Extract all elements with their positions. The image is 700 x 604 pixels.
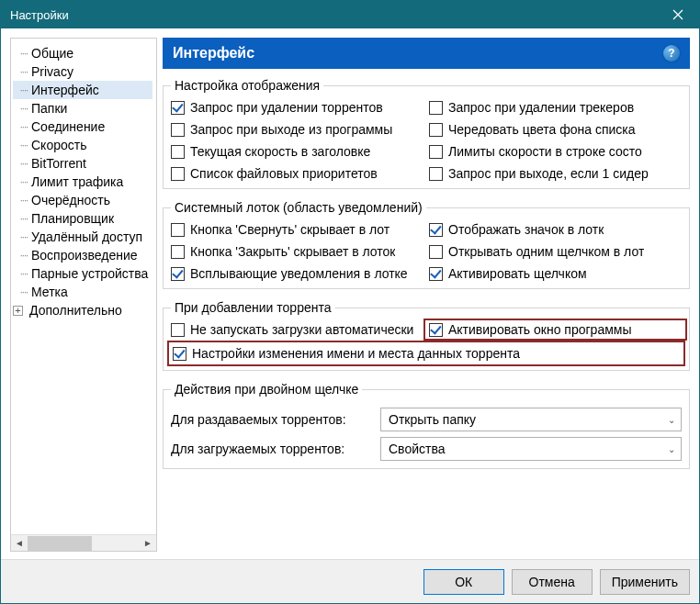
checkbox-icon[interactable] <box>171 245 185 259</box>
checkbox-icon[interactable] <box>429 145 443 159</box>
group-adding: При добавлении торрента Не запускать заг… <box>163 300 690 371</box>
group-display: Настройка отображения Запрос при удалени… <box>163 78 690 189</box>
panel-header: Интерфейс ? <box>163 38 690 69</box>
checkbox-label: Чередовать цвета фона списка <box>448 122 636 137</box>
tree-dots-icon: ···· <box>15 66 28 77</box>
checkbox-icon[interactable] <box>429 167 443 181</box>
sidebar-item-label: Удалённый доступ <box>31 229 142 244</box>
checkbox-icon[interactable] <box>173 347 186 361</box>
display-checkbox-7[interactable]: Запрос при выходе, если 1 сидер <box>429 166 682 181</box>
checkbox-icon[interactable] <box>429 245 443 259</box>
checkbox-label: Текущая скорость в заголовке <box>190 144 370 159</box>
tree-dots-icon: ···· <box>15 195 28 206</box>
sidebar-item-2[interactable]: ····Интерфейс <box>13 81 152 99</box>
display-checkbox-0[interactable]: Запрос при удалении торрентов <box>171 100 423 115</box>
expand-icon[interactable]: + <box>13 306 23 316</box>
checkbox-icon[interactable] <box>429 101 443 115</box>
tree-dots-icon: ···· <box>15 286 28 297</box>
panel-title: Интерфейс <box>173 45 254 62</box>
combo-select-1[interactable]: Свойства⌄ <box>380 437 682 461</box>
combo-label: Для раздаваемых торрентов: <box>171 412 373 427</box>
checkbox-icon[interactable] <box>429 323 443 337</box>
display-checkbox-3[interactable]: Чередовать цвета фона списка <box>429 122 682 137</box>
display-checkbox-6[interactable]: Список файловых приоритетов <box>171 166 423 181</box>
checkbox-icon[interactable] <box>429 123 443 137</box>
sidebar-item-3[interactable]: ····Папки <box>13 99 152 117</box>
cancel-button[interactable]: Отмена <box>512 569 593 595</box>
sidebar-item-5[interactable]: ····Скорость <box>13 136 152 154</box>
settings-tree[interactable]: ····Общие····Privacy····Интерфейс····Пап… <box>11 39 156 534</box>
checkbox-label: Не запускать загрузки автоматически <box>190 322 413 337</box>
dblclick-row-1: Для загружаемых торрентов:Свойства⌄ <box>171 437 682 461</box>
sidebar-item-label: Планировщик <box>31 211 114 226</box>
group-display-title: Настройка отображения <box>171 78 323 93</box>
checkbox-icon[interactable] <box>171 123 185 137</box>
sidebar-item-10[interactable]: ····Удалённый доступ <box>13 228 152 246</box>
dialog-footer: ОК Отмена Применить <box>1 559 699 603</box>
sidebar-item-1[interactable]: ····Privacy <box>13 62 152 81</box>
display-checkbox-1[interactable]: Запрос при удалении трекеров <box>429 100 682 115</box>
checkbox-label: Запрос при выходе из программы <box>190 122 392 137</box>
checkbox-label: Кнопка 'Закрыть' скрывает в лоток <box>190 244 395 259</box>
tree-dots-icon: ···· <box>15 213 28 224</box>
checkbox-icon[interactable] <box>171 101 185 115</box>
checkbox-icon[interactable] <box>171 223 185 237</box>
sidebar-item-6[interactable]: ····BitTorrent <box>13 154 152 173</box>
scroll-left-arrow[interactable]: ◄ <box>11 535 28 552</box>
tree-dots-icon: ···· <box>15 158 28 169</box>
horizontal-scrollbar[interactable]: ◄ ► <box>11 534 156 551</box>
checkbox-icon[interactable] <box>429 223 443 237</box>
ok-button[interactable]: ОК <box>423 569 504 595</box>
tray-checkbox-4[interactable]: Всплывающие уведомления в лотке <box>171 266 423 281</box>
adding-checkbox-1[interactable]: Активировать окно программы <box>429 322 682 337</box>
tray-checkbox-0[interactable]: Кнопка 'Свернуть' скрывает в лот <box>171 222 423 237</box>
sidebar-item-label: Папки <box>31 101 67 116</box>
scroll-right-arrow[interactable]: ► <box>140 535 156 552</box>
sidebar-item-7[interactable]: ····Лимит трафика <box>13 173 152 191</box>
tray-checkbox-3[interactable]: Открывать одним щелчком в лот <box>429 244 682 259</box>
checkbox-icon[interactable] <box>171 167 185 181</box>
chevron-down-icon: ⌄ <box>668 444 675 454</box>
close-button[interactable] <box>657 1 699 28</box>
sidebar-item-label: Соединение <box>31 119 105 134</box>
help-icon[interactable]: ? <box>663 45 680 62</box>
sidebar-item-8[interactable]: ····Очерёдность <box>13 191 152 209</box>
combo-select-0[interactable]: Открыть папку⌄ <box>380 408 682 431</box>
sidebar-item-label: Парные устройства <box>31 266 148 281</box>
chevron-down-icon: ⌄ <box>668 415 675 425</box>
tree-dots-icon: ···· <box>15 250 28 261</box>
sidebar-item-13[interactable]: ····Метка <box>13 283 152 301</box>
tray-checkbox-1[interactable]: Отображать значок в лотк <box>429 222 682 237</box>
group-dblclick: Действия при двойном щелчке Для раздавае… <box>163 382 690 469</box>
adding-checkbox-0[interactable]: Не запускать загрузки автоматически <box>171 322 423 337</box>
group-dblclick-title: Действия при двойном щелчке <box>171 382 362 397</box>
sidebar-item-11[interactable]: ····Воспроизведение <box>13 246 152 264</box>
scroll-track[interactable] <box>92 536 140 551</box>
checkbox-icon[interactable] <box>171 323 185 337</box>
sidebar-item-label: Интерфейс <box>31 83 99 97</box>
sidebar-item-0[interactable]: ····Общие <box>13 44 152 62</box>
adding-checkbox-2[interactable]: Настройки изменения имени и места данных… <box>173 346 680 361</box>
display-checkbox-5[interactable]: Лимиты скорости в строке состо <box>429 144 682 159</box>
sidebar-item-label: Общие <box>31 46 73 61</box>
tray-checkbox-2[interactable]: Кнопка 'Закрыть' скрывает в лоток <box>171 244 423 259</box>
sidebar-item-4[interactable]: ····Соединение <box>13 117 152 136</box>
tree-dots-icon: ···· <box>15 84 28 95</box>
sidebar-item-9[interactable]: ····Планировщик <box>13 209 152 228</box>
display-checkbox-2[interactable]: Запрос при выходе из программы <box>171 122 423 137</box>
apply-button[interactable]: Применить <box>600 569 690 595</box>
tray-checkbox-5[interactable]: Активировать щелчком <box>429 266 682 281</box>
checkbox-icon[interactable] <box>171 267 185 281</box>
checkbox-icon[interactable] <box>171 145 185 159</box>
sidebar-item-label: Дополнительно <box>29 303 122 318</box>
sidebar-item-12[interactable]: ····Парные устройства <box>13 264 152 283</box>
checkbox-label: Кнопка 'Свернуть' скрывает в лот <box>190 222 390 237</box>
scroll-thumb[interactable] <box>28 536 92 551</box>
display-checkbox-4[interactable]: Текущая скорость в заголовке <box>171 144 423 159</box>
tree-dots-icon: ···· <box>15 176 28 187</box>
window-title: Настройки <box>10 8 69 22</box>
checkbox-icon[interactable] <box>429 267 443 281</box>
checkbox-label: Запрос при удалении трекеров <box>448 100 634 115</box>
sidebar-item-14[interactable]: +Дополнительно <box>13 301 152 319</box>
checkbox-label: Настройки изменения имени и места данных… <box>192 346 520 361</box>
